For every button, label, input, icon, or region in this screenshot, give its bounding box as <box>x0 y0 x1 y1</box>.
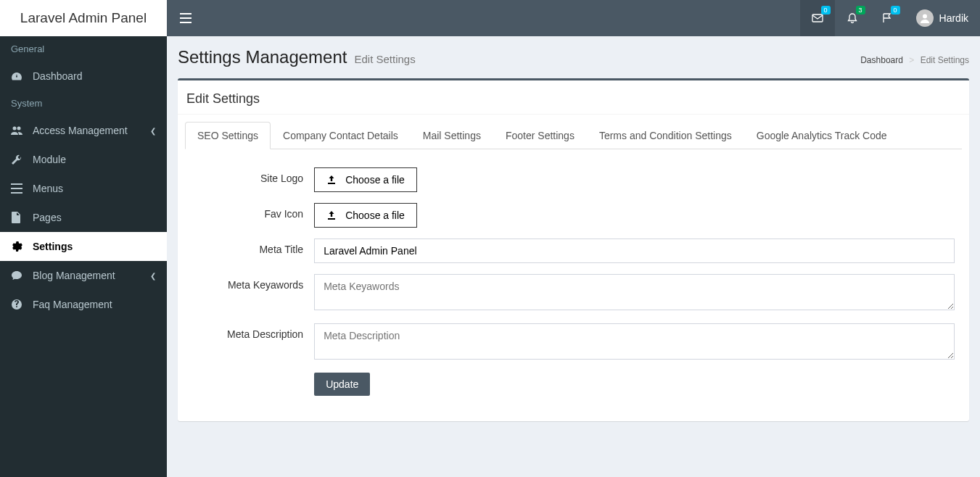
svg-rect-8 <box>180 22 192 23</box>
bell-icon <box>847 12 858 24</box>
update-button[interactable]: Update <box>314 373 370 396</box>
sidebar-item-label: Module <box>33 154 66 165</box>
meta-description-input[interactable] <box>314 323 955 360</box>
breadcrumb: Dashboard > Edit Settings <box>860 55 969 65</box>
sidebar-item-label: Blog Management <box>33 270 115 281</box>
gear-icon <box>11 241 25 252</box>
fav-icon-file-button[interactable]: Choose a file <box>314 203 417 228</box>
svg-point-0 <box>13 127 17 130</box>
meta-keywords-input[interactable] <box>314 274 955 310</box>
notifications-badge: 3 <box>856 6 865 14</box>
tab-0[interactable]: SEO Settings <box>185 122 271 149</box>
user-name: Hardik <box>939 12 968 24</box>
site-logo-file-button[interactable]: Choose a file <box>314 167 417 192</box>
svg-point-10 <box>923 14 927 19</box>
sidebar-item-settings[interactable]: Settings <box>0 232 167 261</box>
sidebar-item-label: Dashboard <box>33 70 83 82</box>
sidebar-item-label: Settings <box>33 241 73 252</box>
question-icon <box>11 299 25 310</box>
svg-rect-3 <box>11 188 22 189</box>
chevron-left-icon: ❮ <box>150 127 156 135</box>
site-logo-label: Site Logo <box>192 167 314 184</box>
tab-2[interactable]: Mail Settings <box>411 122 493 149</box>
svg-rect-4 <box>11 192 22 194</box>
svg-point-1 <box>17 127 21 130</box>
svg-rect-9 <box>812 14 823 22</box>
bars-icon <box>11 183 25 194</box>
meta-description-label: Meta Description <box>192 323 314 340</box>
tab-5[interactable]: Google Analytics Track Code <box>744 122 899 149</box>
breadcrumb-root[interactable]: Dashboard <box>860 55 903 65</box>
tabs: SEO SettingsCompany Contact DetailsMail … <box>185 122 962 149</box>
panel-title: Edit Settings <box>186 91 960 107</box>
nav-section-header: General <box>0 36 167 62</box>
messages-badge: 0 <box>821 6 831 14</box>
svg-rect-7 <box>180 17 192 19</box>
sidebar-item-label: Pages <box>33 212 62 223</box>
users-icon <box>11 125 25 136</box>
content-header: Settings Management Edit Settings Dashbo… <box>167 36 980 67</box>
svg-rect-6 <box>180 13 192 14</box>
svg-rect-2 <box>11 183 22 185</box>
tab-3[interactable]: Footer Settings <box>493 122 587 149</box>
tachometer-icon <box>11 70 25 82</box>
toggle-sidebar-button[interactable] <box>167 13 205 23</box>
sidebar-item-dashboard[interactable]: Dashboard <box>0 62 167 91</box>
meta-keywords-label: Meta Keyawords <box>192 274 314 291</box>
comment-icon <box>11 270 25 281</box>
sidebar-item-label: Faq Management <box>33 299 112 310</box>
tab-4[interactable]: Terms and Condition Settings <box>587 122 744 149</box>
envelope-icon <box>812 12 823 24</box>
brand-logo[interactable]: Laravel Admin Panel <box>0 0 167 36</box>
tasks-badge: 0 <box>891 6 900 14</box>
meta-title-input[interactable] <box>314 238 955 263</box>
breadcrumb-current: Edit Settings <box>921 55 969 65</box>
avatar-icon <box>916 9 934 27</box>
upload-icon <box>326 210 337 220</box>
topbar: 0 3 0 Hardik <box>167 0 980 36</box>
sidebar-item-blog-management[interactable]: Blog Management❮ <box>0 261 167 290</box>
page-subtitle: Edit Settings <box>354 53 415 65</box>
sidebar-item-label: Menus <box>33 183 63 194</box>
nav-section-header: System <box>0 91 167 116</box>
sidebar-item-module[interactable]: Module <box>0 145 167 174</box>
messages-button[interactable]: 0 <box>800 0 835 36</box>
wrench-icon <box>11 154 25 165</box>
sidebar-item-access-management[interactable]: Access Management❮ <box>0 116 167 145</box>
notifications-button[interactable]: 3 <box>835 0 870 36</box>
chevron-left-icon: ❮ <box>150 272 156 280</box>
tab-1[interactable]: Company Contact Details <box>271 122 411 149</box>
sidebar: Laravel Admin Panel GeneralDashboardSyst… <box>0 0 167 477</box>
sidebar-item-pages[interactable]: Pages <box>0 203 167 232</box>
user-menu[interactable]: Hardik <box>905 0 980 36</box>
sidebar-item-menus[interactable]: Menus <box>0 174 167 203</box>
meta-title-label: Meta Title <box>192 238 314 255</box>
settings-panel: Edit Settings SEO SettingsCompany Contac… <box>178 78 969 421</box>
sidebar-item-label: Access Management <box>33 125 128 136</box>
file-icon <box>11 212 25 223</box>
tasks-button[interactable]: 0 <box>870 0 905 36</box>
upload-icon <box>326 175 337 185</box>
flag-icon <box>881 12 893 24</box>
sidebar-item-faq-management[interactable]: Faq Management <box>0 290 167 319</box>
page-title: Settings Management <box>178 47 347 67</box>
fav-icon-label: Fav Icon <box>192 203 314 220</box>
